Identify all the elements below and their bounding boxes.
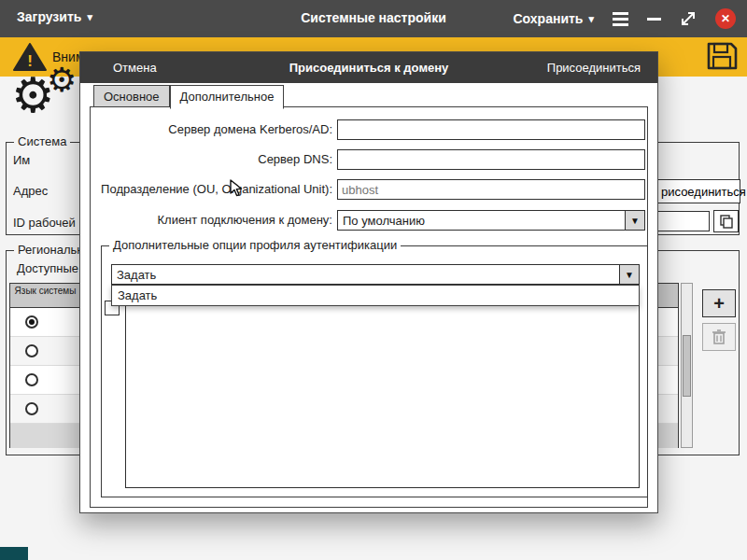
- workstation-id-label: ID рабочей: [13, 216, 76, 230]
- dns-server-label: Сервер DNS:: [94, 152, 332, 166]
- save-menu-label: Сохранить: [514, 11, 584, 26]
- plus-icon: +: [713, 293, 725, 315]
- chevron-down-icon[interactable]: ▼: [619, 265, 639, 284]
- menu-icon[interactable]: [613, 12, 628, 26]
- domain-client-value: По умолчанию: [343, 214, 425, 228]
- regional-legend: Региональн: [14, 243, 88, 257]
- language-radio[interactable]: [25, 402, 38, 415]
- auth-options-legend: Дополнительные опции профиля аутентифика…: [109, 238, 401, 252]
- auth-options-listbox[interactable]: [125, 299, 640, 488]
- computer-address-label: Адрес: [13, 184, 48, 198]
- ou-input[interactable]: [337, 179, 645, 200]
- save-menu-button[interactable]: Сохранить ▾: [514, 11, 595, 26]
- kerberos-server-input[interactable]: [337, 119, 645, 140]
- ou-label: Подразделение (OU, Organizational Unit):: [94, 182, 332, 196]
- language-radio[interactable]: [25, 344, 38, 357]
- titlebar: Загрузить ▾ Системные настройки Сохранит…: [0, 0, 747, 37]
- table-scrollbar[interactable]: [681, 283, 693, 448]
- floppy-icon: [706, 41, 738, 71]
- language-radio-selected[interactable]: [25, 315, 38, 329]
- domain-client-label: Клиент подключения к домену:: [94, 213, 332, 227]
- remove-language-button-disabled[interactable]: [702, 323, 736, 351]
- copy-button[interactable]: [713, 210, 739, 232]
- language-column-header: Язык системы: [10, 284, 81, 307]
- dns-server-input[interactable]: [337, 149, 645, 170]
- dialog-tabs: Основное Дополнительное: [93, 85, 284, 108]
- system-legend: Система: [14, 134, 70, 148]
- close-button[interactable]: ✕: [715, 8, 736, 29]
- auth-profile-select[interactable]: Задать ▼: [111, 264, 640, 285]
- available-languages-label: Доступные я: [17, 261, 89, 275]
- add-language-button[interactable]: +: [702, 289, 736, 317]
- taskbar-corner: [0, 547, 28, 560]
- settings-gears-icon: ⚙ ⚙: [9, 67, 84, 129]
- caret-down-icon: ▾: [588, 13, 594, 25]
- kerberos-server-label: Сервер домена Kerberos/AD:: [94, 122, 332, 136]
- trash-icon: [712, 329, 726, 345]
- expand-icon[interactable]: [680, 10, 697, 27]
- dialog-header: Отмена Присоединиться к домену Присоедин…: [80, 52, 657, 83]
- scrollbar-thumb[interactable]: [683, 335, 691, 397]
- screen: Загрузить ▾ Системные настройки Сохранит…: [0, 0, 747, 560]
- copy-icon: [719, 214, 734, 229]
- close-icon: ✕: [721, 12, 730, 25]
- auth-profile-value: Задать: [117, 268, 156, 282]
- domain-client-select[interactable]: По умолчанию ▼: [337, 210, 645, 231]
- dropdown-option[interactable]: Задать: [112, 286, 639, 305]
- save-to-file-button[interactable]: [704, 41, 740, 73]
- auth-options-fieldset: Дополнительные опции профиля аутентифика…: [101, 245, 648, 497]
- tab-main[interactable]: Основное: [93, 85, 170, 108]
- minimize-icon[interactable]: [647, 18, 661, 21]
- tab-additional[interactable]: Дополнительное: [170, 85, 285, 109]
- language-radio[interactable]: [25, 373, 38, 386]
- join-domain-background-label: рисоединиться: [661, 185, 746, 199]
- join-button[interactable]: Присоединиться: [547, 61, 641, 75]
- computer-name-label: Им: [13, 153, 30, 167]
- join-domain-dialog: Отмена Присоединиться к домену Присоедин…: [79, 51, 658, 513]
- auth-profile-dropdown: Задать: [111, 285, 640, 306]
- titlebar-controls: Сохранить ▾ ✕: [514, 0, 737, 37]
- chevron-down-icon[interactable]: ▼: [625, 211, 644, 230]
